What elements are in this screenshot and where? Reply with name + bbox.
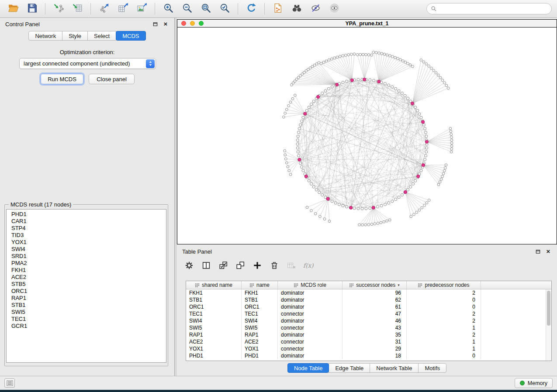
clear-table-button[interactable] bbox=[286, 261, 297, 271]
export-table-button[interactable] bbox=[114, 2, 131, 16]
table-cell: SWI5 bbox=[186, 324, 242, 331]
mcds-result-item[interactable]: YOX1 bbox=[7, 239, 166, 246]
table-row[interactable]: YOX1YOX1connector291 bbox=[186, 345, 546, 352]
column-header-successor-nodes[interactable]: successor nodes▾ bbox=[343, 281, 407, 289]
tab-style[interactable]: Style bbox=[62, 31, 88, 41]
open-session-button[interactable] bbox=[4, 2, 22, 16]
mcds-result-item[interactable]: STP4 bbox=[7, 225, 166, 232]
column-header-shared-name[interactable]: shared name bbox=[186, 281, 242, 289]
mcds-result-item[interactable]: PHD1 bbox=[7, 211, 166, 218]
table-row[interactable]: TEC1TEC1connector472 bbox=[186, 310, 546, 317]
show-hide-eye-button[interactable] bbox=[325, 2, 343, 16]
list-icon bbox=[7, 380, 13, 386]
table-row[interactable]: PHD1PHD1dominator180 bbox=[186, 352, 546, 359]
table-cell-filler bbox=[481, 345, 546, 352]
mcds-result-item[interactable]: TID3 bbox=[7, 232, 166, 239]
table-cell: 1 bbox=[407, 324, 481, 331]
close-window-icon[interactable] bbox=[181, 21, 186, 26]
add-column-button[interactable] bbox=[252, 261, 263, 271]
float-panel-icon[interactable] bbox=[152, 21, 159, 28]
close-panel-button[interactable]: Close panel bbox=[89, 74, 135, 84]
toggle-graphics-details-button[interactable] bbox=[307, 2, 324, 16]
table-cell: 0 bbox=[407, 352, 481, 359]
close-panel-icon[interactable]: × bbox=[162, 21, 169, 28]
panel-menu-button[interactable] bbox=[4, 378, 15, 388]
table-cell: PHD1 bbox=[186, 352, 242, 359]
save-session-button[interactable] bbox=[23, 2, 41, 16]
zoom-in-button[interactable] bbox=[159, 2, 177, 16]
network-titlebar[interactable]: YPA_prune.txt_1 bbox=[177, 20, 557, 28]
search-input[interactable] bbox=[439, 6, 547, 12]
tab-network[interactable]: Network bbox=[28, 31, 62, 41]
export-network-button[interactable] bbox=[95, 2, 113, 16]
table-row[interactable]: SWI5SWI5connector431 bbox=[186, 324, 546, 331]
column-header-predecessor-nodes[interactable]: predecessor nodes bbox=[407, 281, 481, 289]
run-mcds-button[interactable]: Run MCDS bbox=[41, 74, 83, 84]
mcds-result-item[interactable]: ACE2 bbox=[7, 274, 166, 281]
tab-network-table[interactable]: Network Table bbox=[370, 363, 419, 373]
deselect-all-rows-button[interactable] bbox=[235, 261, 246, 271]
column-header-name[interactable]: name bbox=[242, 281, 278, 289]
network-canvas[interactable] bbox=[177, 28, 557, 244]
mcds-result-item[interactable]: PMA2 bbox=[7, 260, 166, 267]
import-network-button[interactable] bbox=[50, 2, 67, 16]
table-cell: 2 bbox=[407, 331, 481, 338]
search-field[interactable] bbox=[426, 3, 552, 14]
mcds-result-item[interactable]: SWI4 bbox=[7, 246, 166, 253]
table-row[interactable]: SWI4SWI4dominator462 bbox=[186, 317, 546, 324]
maximize-window-icon[interactable] bbox=[199, 21, 204, 26]
float-table-panel-icon[interactable] bbox=[534, 248, 541, 255]
tab-motifs[interactable]: Motifs bbox=[418, 363, 446, 373]
table-cell: FKH1 bbox=[242, 289, 278, 296]
close-table-panel-icon[interactable]: × bbox=[545, 248, 552, 255]
table-row[interactable]: FKH1FKH1dominator962 bbox=[186, 289, 546, 296]
mcds-result-item[interactable]: STB5 bbox=[7, 281, 166, 288]
function-builder-fx-button[interactable]: f(x) bbox=[303, 261, 314, 271]
import-table-button[interactable] bbox=[69, 2, 86, 16]
tab-mcds[interactable]: MCDS bbox=[116, 31, 145, 41]
mcds-result-item[interactable]: RAP1 bbox=[7, 295, 166, 302]
minimize-window-icon[interactable] bbox=[190, 21, 195, 26]
mcds-result-item[interactable]: SRD1 bbox=[7, 253, 166, 260]
table-settings-gear-button[interactable] bbox=[184, 261, 194, 271]
delete-columns-button[interactable] bbox=[269, 261, 280, 271]
export-table-icon bbox=[118, 3, 128, 15]
zoom-fit-button[interactable] bbox=[197, 2, 214, 16]
show-columns-button[interactable] bbox=[201, 261, 211, 271]
optimization-criterion-select[interactable]: largest connected component (undirected) bbox=[19, 58, 156, 69]
table-cell: connector bbox=[278, 324, 343, 331]
tab-select[interactable]: Select bbox=[87, 31, 116, 41]
table-row[interactable]: STB1STB1dominator620 bbox=[186, 296, 546, 303]
table-scrollbar[interactable] bbox=[546, 289, 551, 361]
table-cell: 2 bbox=[407, 310, 481, 317]
table-cell-filler bbox=[481, 303, 546, 310]
select-all-rows-button[interactable] bbox=[218, 261, 228, 271]
column-header-MCDS-role[interactable]: MCDS role bbox=[278, 281, 343, 289]
table-cell-filler bbox=[481, 296, 546, 303]
mcds-result-item[interactable]: TEC1 bbox=[7, 316, 166, 323]
table-row[interactable]: ACE2ACE2connector311 bbox=[186, 338, 546, 345]
apply-layout-refresh-button[interactable] bbox=[242, 2, 260, 16]
zoom-out-icon bbox=[182, 3, 193, 15]
mcds-result-list[interactable]: PHD1CAR1STP4TID3YOX1SWI4SRD1PMA2FKH1ACE2… bbox=[6, 209, 166, 363]
zoom-selected-button[interactable] bbox=[216, 2, 233, 16]
delete-columns-icon bbox=[270, 261, 279, 272]
mcds-result-item[interactable]: CAR1 bbox=[7, 218, 166, 225]
mcds-result-item[interactable]: ORC1 bbox=[7, 288, 166, 295]
mcds-result-item[interactable]: STB1 bbox=[7, 302, 166, 309]
table-row[interactable]: ORC1ORC1dominator610 bbox=[186, 303, 546, 310]
tab-node-table[interactable]: Node Table bbox=[287, 363, 329, 373]
table-scrollbar-thumb[interactable] bbox=[547, 291, 550, 326]
toolbar-separator bbox=[45, 3, 45, 14]
export-image-button[interactable] bbox=[133, 2, 150, 16]
memory-button[interactable]: Memory bbox=[515, 378, 553, 388]
table-row[interactable]: RAP1RAP1dominator352 bbox=[186, 331, 546, 338]
mcds-result-item[interactable]: GCR1 bbox=[7, 323, 166, 330]
zoom-out-button[interactable] bbox=[178, 2, 196, 16]
network-document-share-button[interactable] bbox=[269, 2, 287, 16]
network-view[interactable] bbox=[177, 28, 557, 244]
mcds-result-item[interactable]: SWI5 bbox=[7, 309, 166, 316]
mcds-result-item[interactable]: FKH1 bbox=[7, 267, 166, 274]
search-network-binoculars-button[interactable] bbox=[288, 2, 305, 16]
tab-edge-table[interactable]: Edge Table bbox=[329, 363, 370, 373]
